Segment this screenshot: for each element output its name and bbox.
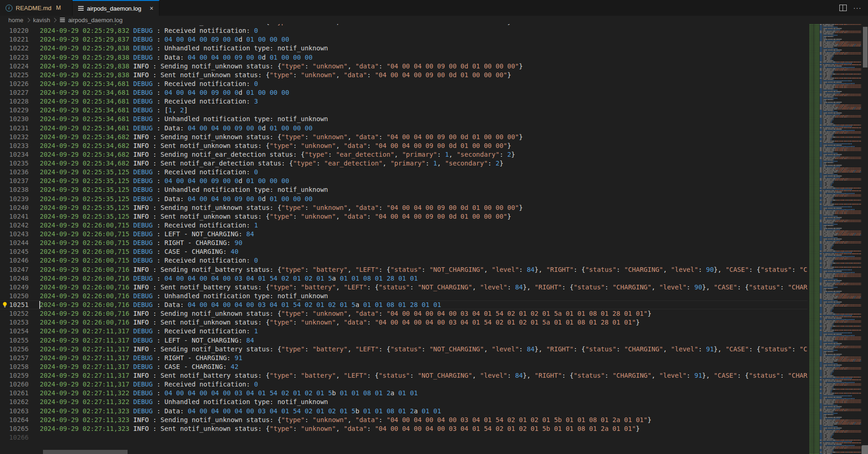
line-code[interactable]: 2024-09-29 02:26:00,715 DEBUG : RIGHT - … — [29, 239, 807, 247]
line-code[interactable]: 2024-09-29 02:25:34,681 DEBUG : Received… — [29, 97, 807, 106]
line-number[interactable]: 10237 — [0, 177, 29, 185]
line-code[interactable]: 2024-09-29 02:25:29,832 DEBUG : Received… — [29, 26, 807, 35]
line-code[interactable]: 2024-09-29 02:26:00,715 DEBUG : CASE - C… — [29, 247, 807, 256]
line-number[interactable]: 10261 — [0, 389, 29, 398]
line-code[interactable]: 2024-09-29 02:27:11,317 DEBUG : RIGHT - … — [29, 354, 807, 362]
line-code[interactable]: 2024-09-29 02:27:11,323 INFO : Sent noti… — [29, 424, 807, 433]
log-line[interactable]: 102442024-09-29 02:26:00,715 DEBUG : RIG… — [0, 239, 807, 247]
line-code[interactable]: 2024-09-29 02:25:34,681 DEBUG : [1, 2] — [29, 106, 807, 115]
log-line[interactable]: 102412024-09-29 02:25:35,125 INFO : Sent… — [0, 212, 807, 221]
line-code[interactable]: 2024-09-29 02:27:11,317 DEBUG : Received… — [29, 327, 807, 336]
line-code[interactable] — [29, 433, 807, 442]
line-code[interactable]: 2024-09-29 02:26:00,716 DEBUG : Unhandle… — [29, 292, 807, 301]
line-code[interactable]: 2024-09-29 02:26:00,716 INFO : Sent noti… — [29, 318, 807, 327]
line-code[interactable]: 2024-09-29 02:25:29,838 INFO : Sending n… — [29, 62, 807, 71]
log-line[interactable]: 102572024-09-29 02:27:11,317 DEBUG : RIG… — [0, 354, 807, 362]
line-number[interactable]: 10264 — [0, 416, 29, 424]
line-code[interactable]: 2024-09-29 02:27:11,323 INFO : Sending n… — [29, 416, 807, 424]
line-code[interactable]: 2024-09-29 02:26:00,716 INFO : Sending n… — [29, 309, 807, 318]
code-area[interactable]: 2024-09-29 02:25:24,772 INFO : Sent noti… — [0, 24, 807, 454]
line-code[interactable]: 2024-09-29 02:27:11,317 DEBUG : CASE - C… — [29, 362, 807, 371]
log-line[interactable]: 102312024-09-29 02:25:34,681 DEBUG : Dat… — [0, 124, 807, 133]
vertical-scrollbar[interactable] — [863, 27, 868, 67]
log-line[interactable]: 102292024-09-29 02:25:34,681 DEBUG : [1,… — [0, 106, 807, 115]
log-line[interactable]: 102342024-09-29 02:25:34,682 INFO : Send… — [0, 150, 807, 159]
line-number[interactable]: 10257 — [0, 354, 29, 362]
log-line[interactable]: 102352024-09-29 02:25:34,682 INFO : Sent… — [0, 159, 807, 168]
line-code[interactable]: 2024-09-29 02:27:11,322 DEBUG : 04 00 04… — [29, 389, 807, 398]
line-number[interactable]: 10235 — [0, 159, 29, 168]
line-code[interactable]: 2024-09-29 02:25:35,125 DEBUG : Data: 04… — [29, 195, 807, 203]
log-line[interactable]: 102532024-09-29 02:26:00,716 INFO : Sent… — [0, 318, 807, 327]
log-line[interactable]: 102592024-09-29 02:27:11,317 INFO : Sent… — [0, 371, 807, 380]
log-line[interactable]: 102282024-09-29 02:25:34,681 DEBUG : Rec… — [0, 97, 807, 106]
log-line[interactable]: 102562024-09-29 02:27:11,317 INFO : Send… — [0, 345, 807, 354]
line-number[interactable]: 10243 — [0, 230, 29, 239]
line-number[interactable]: 10225 — [0, 71, 29, 80]
log-line[interactable]: 102642024-09-29 02:27:11,323 INFO : Send… — [0, 416, 807, 424]
line-code[interactable]: 2024-09-29 02:26:00,716 INFO : Sending n… — [29, 265, 807, 274]
tab-readme[interactable]: README.md M — [0, 0, 73, 16]
log-line[interactable]: 102222024-09-29 02:25:29,838 DEBUG : Unh… — [0, 44, 807, 53]
log-line[interactable]: 102202024-09-29 02:25:29,832 DEBUG : Rec… — [0, 26, 807, 35]
line-number[interactable]: 10233 — [0, 141, 29, 150]
line-number[interactable]: 10246 — [0, 256, 29, 265]
line-number[interactable]: 10249 — [0, 283, 29, 292]
line-number[interactable]: 10230 — [0, 115, 29, 123]
log-line[interactable]: 102522024-09-29 02:26:00,716 INFO : Send… — [0, 309, 807, 318]
log-line[interactable]: 102242024-09-29 02:25:29,838 INFO : Send… — [0, 62, 807, 71]
line-code[interactable]: 2024-09-29 02:25:35,125 INFO : Sending n… — [29, 203, 807, 212]
line-number[interactable]: 10241 — [0, 212, 29, 221]
log-line[interactable]: 102372024-09-29 02:25:35,125 DEBUG : 04 … — [0, 177, 807, 185]
line-code[interactable]: 2024-09-29 02:25:35,125 DEBUG : 04 00 04… — [29, 177, 807, 185]
log-line[interactable]: 102542024-09-29 02:27:11,317 DEBUG : Rec… — [0, 327, 807, 336]
line-number[interactable]: 10248 — [0, 274, 29, 283]
log-line[interactable]: 102362024-09-29 02:25:35,125 DEBUG : Rec… — [0, 168, 807, 177]
log-line[interactable]: 102512024-09-29 02:26:00,716 DEBUG : Dat… — [0, 301, 807, 309]
line-number[interactable]: 10266 — [0, 433, 29, 442]
line-code[interactable]: 2024-09-29 02:25:35,125 INFO : Sent noti… — [29, 212, 807, 221]
log-line[interactable]: 102232024-09-29 02:25:29,838 DEBUG : Dat… — [0, 53, 807, 62]
line-number[interactable]: 10252 — [0, 309, 29, 318]
line-number[interactable]: 10245 — [0, 247, 29, 256]
log-line[interactable]: 102502024-09-29 02:26:00,716 DEBUG : Unh… — [0, 292, 807, 301]
scrollbar-corner[interactable] — [862, 445, 868, 454]
line-number[interactable]: 10258 — [0, 362, 29, 371]
line-code[interactable]: 2024-09-29 02:27:11,317 INFO : Sending n… — [29, 345, 807, 354]
log-line[interactable]: 102432024-09-29 02:26:00,715 DEBUG : LEF… — [0, 230, 807, 239]
line-number[interactable]: 10238 — [0, 185, 29, 194]
log-line[interactable]: 102262024-09-29 02:25:34,681 DEBUG : Rec… — [0, 80, 807, 88]
line-code[interactable]: 2024-09-29 02:25:34,681 DEBUG : Unhandle… — [29, 115, 807, 123]
horizontal-scrollbar[interactable] — [43, 450, 128, 454]
line-number[interactable]: 10263 — [0, 407, 29, 416]
breadcrumb-file[interactable]: airpods_daemon.log — [60, 17, 122, 24]
line-number[interactable]: 10236 — [0, 168, 29, 177]
line-code[interactable]: 2024-09-29 02:25:29,837 DEBUG : 04 00 04… — [29, 35, 807, 44]
line-code[interactable]: 2024-09-29 02:25:29,838 DEBUG : Data: 04… — [29, 53, 807, 62]
line-code[interactable]: 2024-09-29 02:27:11,322 DEBUG : Unhandle… — [29, 398, 807, 406]
line-number[interactable]: 10228 — [0, 97, 29, 106]
close-icon[interactable]: × — [150, 5, 153, 12]
line-code[interactable]: 2024-09-29 02:25:34,682 INFO : Sent noti… — [29, 159, 807, 168]
log-line[interactable]: 102582024-09-29 02:27:11,317 DEBUG : CAS… — [0, 362, 807, 371]
line-number[interactable]: 10234 — [0, 150, 29, 159]
line-number[interactable]: 10221 — [0, 35, 29, 44]
line-number[interactable]: 10244 — [0, 239, 29, 247]
log-line[interactable]: 102612024-09-29 02:27:11,322 DEBUG : 04 … — [0, 389, 807, 398]
line-number[interactable]: 10250 — [0, 292, 29, 301]
line-number[interactable]: 10255 — [0, 336, 29, 345]
line-number[interactable]: 10222 — [0, 44, 29, 53]
log-line[interactable]: 102272024-09-29 02:25:34,681 DEBUG : 04 … — [0, 88, 807, 97]
line-code[interactable]: 2024-09-29 02:25:35,125 DEBUG : Unhandle… — [29, 185, 807, 194]
line-code[interactable]: 2024-09-29 02:26:00,716 DEBUG : Data: 04… — [29, 301, 807, 309]
log-line[interactable]: 102472024-09-29 02:26:00,716 INFO : Send… — [0, 265, 807, 274]
log-line[interactable]: 102422024-09-29 02:26:00,715 DEBUG : Rec… — [0, 221, 807, 230]
line-number[interactable]: 10224 — [0, 62, 29, 71]
line-code[interactable]: 2024-09-29 02:26:00,715 DEBUG : LEFT - N… — [29, 230, 807, 239]
log-line[interactable]: 102602024-09-29 02:27:11,317 DEBUG : Rec… — [0, 380, 807, 389]
line-code[interactable]: 2024-09-29 02:26:00,715 DEBUG : Received… — [29, 256, 807, 265]
line-code[interactable]: 2024-09-29 02:25:34,682 INFO : Sent noti… — [29, 141, 807, 150]
log-line[interactable]: 10266 — [0, 433, 807, 442]
line-code[interactable]: 2024-09-29 02:26:00,716 DEBUG : 04 00 04… — [29, 274, 807, 283]
line-number[interactable]: 10253 — [0, 318, 29, 327]
